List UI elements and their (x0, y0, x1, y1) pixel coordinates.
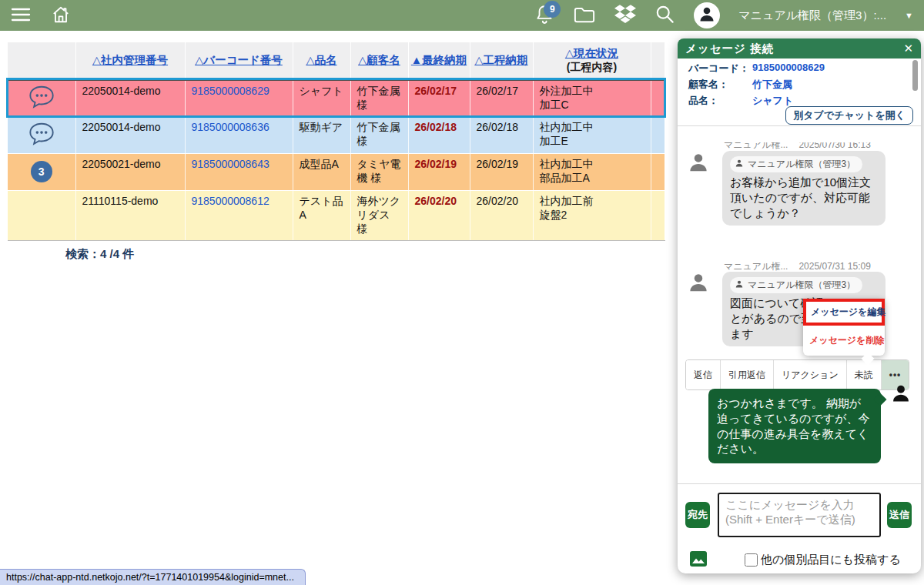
chat-message[interactable]: マニュアル権限（管理3） お客様から追加で10個注文頂いたのですが、対応可能でし… (722, 151, 886, 226)
attach-image-button[interactable] (690, 551, 707, 569)
cell-product: 駆動ギア (293, 116, 350, 153)
apps-button[interactable] (614, 5, 636, 26)
cell-product: 成型品A (293, 153, 350, 190)
message-panel: メッセージ 接続 ✕ バーコード： 9185000008629 顧客名： 竹下金… (678, 38, 921, 573)
cell-management-no: 22050014-demo (75, 79, 185, 116)
chat-bubble-icon[interactable] (28, 99, 55, 112)
unread-count-badge[interactable]: 3 (31, 161, 52, 182)
cell-final-due: 26/02/19 (408, 153, 470, 190)
work-items-table-wrap: △社内管理番号 △バーコード番号 △品名 △顧客名 ▲最終納期 △工程納期 △現… (8, 42, 665, 241)
cell-spacer (651, 79, 665, 116)
barcode-value: 9185000008629 (752, 62, 825, 73)
divider (678, 483, 921, 484)
column-header-final-due[interactable]: ▲最終納期 (408, 42, 470, 79)
topbar: 9 マニュアル権限（管理3）:... ▼ (0, 0, 924, 31)
recipient-button[interactable]: 宛先 (685, 502, 710, 528)
message-text: おつかれさまです。 納期が迫ってきているのですが、今の仕事の進み具合を教えてくだ… (717, 396, 872, 456)
barcode-link[interactable]: 9185000008643 (192, 158, 270, 170)
customer-value: 竹下金属 (752, 78, 792, 92)
table-header-row: △社内管理番号 △バーコード番号 △品名 △顧客名 ▲最終納期 △工程納期 △現… (8, 42, 665, 79)
search-result-count: 検索：4 /4 件 (65, 247, 134, 262)
message-input[interactable] (718, 493, 881, 537)
column-header-status[interactable]: △現在状況(工程内容) (533, 42, 651, 79)
author-pill: マニュアル権限（管理3） (730, 156, 862, 172)
cell-customer: 竹下金属 様 (350, 79, 408, 116)
close-button[interactable]: ✕ (903, 42, 913, 55)
cell-process-due: 26/02/18 (470, 116, 533, 153)
reaction-button[interactable]: リアクション (773, 360, 846, 389)
column-header-customer[interactable]: △顧客名 (350, 42, 408, 79)
cell-management-no: 21110115-demo (75, 190, 185, 240)
barcode-link[interactable]: 9185000008612 (192, 195, 270, 207)
table-row[interactable]: 3 22050021-demo 9185000008643 成型品A タミヤ電機… (8, 153, 665, 190)
message-panel-header: メッセージ 接続 ✕ (678, 38, 921, 58)
home-button[interactable] (51, 5, 71, 27)
own-avatar-icon (890, 383, 912, 407)
cell-process-due: 26/02/17 (470, 79, 533, 116)
delete-message-menu-item[interactable]: メッセージを削除 (803, 326, 885, 356)
chat-bubble-icon[interactable] (28, 136, 55, 149)
open-chat-new-tab-button[interactable]: 別タブでチャットを開く (785, 106, 913, 125)
cell-management-no: 22050014-demo (75, 116, 185, 153)
cell-process-due: 26/02/20 (470, 190, 533, 240)
cell-status: 社内加工中加工E (533, 116, 651, 153)
message-text: お客様から追加で10個注文頂いたのですが、対応可能でしょうか？ (730, 175, 878, 220)
table-row[interactable]: 21110115-demo 9185000008612 テスト品A 海外ツクリダ… (8, 190, 665, 240)
product-value: シャフト (752, 94, 793, 108)
edit-message-menu-item[interactable]: メッセージを編集 (803, 299, 885, 326)
column-header-barcode[interactable]: △バーコード番号 (185, 42, 293, 79)
close-icon: ✕ (903, 42, 913, 55)
cell-customer: 竹下金属 様 (350, 116, 408, 153)
barcode-link[interactable]: 9185000008629 (192, 85, 270, 97)
bubble-tail (874, 393, 887, 406)
cell-spacer (651, 153, 665, 190)
cell-final-due: 26/02/18 (408, 116, 470, 153)
cell-product: シャフト (293, 79, 350, 116)
unread-button[interactable]: 未読 (846, 360, 881, 389)
send-button[interactable]: 送信 (887, 502, 912, 528)
own-chat-message[interactable]: おつかれさまです。 納期が迫ってきているのですが、今の仕事の進み具合を教えてくだ… (708, 389, 881, 463)
column-header-spacer (651, 42, 665, 79)
column-header-management-no[interactable]: △社内管理番号 (75, 42, 185, 79)
cell-product: テスト品A (293, 190, 350, 240)
dropbox-icon (614, 5, 636, 26)
user-menu-caret[interactable]: ▼ (905, 11, 913, 20)
cell-management-no: 22050021-demo (75, 153, 185, 190)
cell-spacer (651, 116, 665, 153)
barcode-label: バーコード： (688, 62, 749, 75)
user-avatar[interactable] (694, 2, 720, 28)
column-header-product[interactable]: △品名 (293, 42, 350, 79)
cell-customer: タミヤ電機 様 (350, 153, 408, 190)
person-icon (735, 159, 744, 170)
table-row[interactable]: 22050014-demo 9185000008636 駆動ギア 竹下金属 様 … (8, 116, 665, 153)
person-icon (735, 279, 744, 291)
divider (678, 125, 921, 126)
barcode-link[interactable]: 9185000008636 (192, 121, 270, 133)
panel-scrollbar-thumb[interactable] (912, 60, 918, 91)
files-button[interactable] (573, 5, 596, 27)
user-menu-label[interactable]: マニュアル権限（管理3）:... (738, 8, 886, 23)
message-actions-toolbar: 返信 引用返信 リアクション 未読 ••• (685, 359, 909, 390)
table-row[interactable]: 22050014-demo 9185000008629 シャフト 竹下金属 様 … (8, 79, 665, 116)
hamburger-icon (11, 6, 31, 25)
folder-icon (573, 5, 596, 27)
reply-button[interactable]: 返信 (686, 360, 720, 389)
quote-reply-button[interactable]: 引用返信 (720, 360, 773, 389)
chevron-down-icon: ▼ (905, 11, 913, 20)
cell-final-due: 26/02/17 (408, 79, 470, 116)
search-icon (654, 4, 675, 27)
message-meta: マニュアル権...2025/07/30 16:13 (724, 142, 901, 151)
post-to-other-items-checkbox[interactable] (745, 553, 758, 567)
column-header-process-due[interactable]: △工程納期 (470, 42, 533, 79)
search-button[interactable] (654, 4, 675, 27)
notifications-button[interactable]: 9 (534, 4, 554, 28)
menu-button[interactable] (11, 6, 31, 25)
cell-spacer (651, 190, 665, 240)
customer-label: 顧客名： (688, 78, 728, 92)
cell-status: 外注加工中加工C (533, 79, 651, 116)
author-pill: マニュアル権限（管理3） (730, 277, 862, 293)
post-to-other-items-label[interactable]: 他の個別品目にも投稿する (761, 553, 901, 567)
work-items-table: △社内管理番号 △バーコード番号 △品名 △顧客名 ▲最終納期 △工程納期 △現… (8, 42, 665, 241)
home-icon (51, 5, 71, 27)
cell-process-due: 26/02/19 (470, 153, 533, 190)
